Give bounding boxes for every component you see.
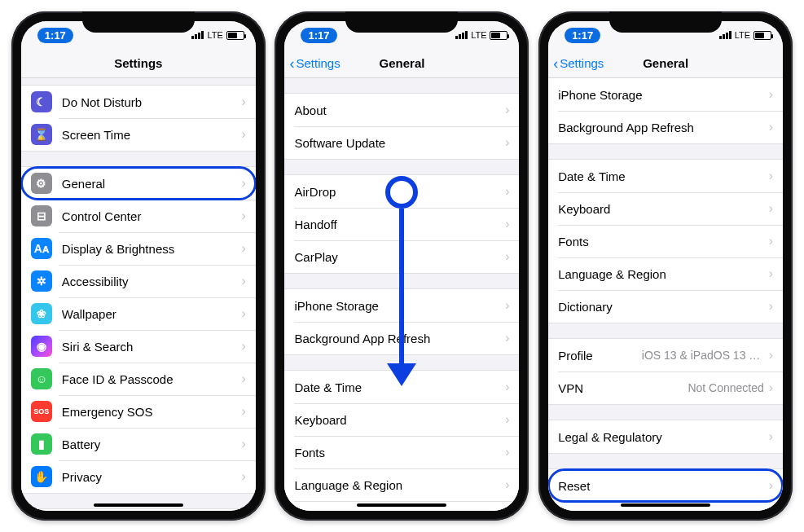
row-fonts[interactable]: Fonts › — [548, 225, 783, 257]
row-keyboard[interactable]: Keyboard › — [284, 403, 519, 436]
status-time: 1:17 — [37, 28, 73, 43]
row-control-center[interactable]: ⊟ Control Center › — [21, 200, 256, 232]
notch — [609, 11, 722, 33]
row-profile[interactable]: Profile iOS 13 & iPadOS 13 Beta Softwar…… — [548, 339, 783, 372]
row-battery[interactable]: ▮ Battery › — [21, 428, 256, 460]
home-indicator[interactable] — [621, 503, 710, 507]
general-list[interactable]: About › Software Update › AirDrop › Hand… — [284, 78, 519, 511]
row-iphone-storage[interactable]: iPhone Storage › — [548, 78, 783, 111]
back-button[interactable]: ‹ Settings — [289, 49, 340, 77]
signal-icon — [191, 31, 204, 39]
chevron-right-icon: › — [769, 348, 773, 363]
chevron-right-icon: › — [242, 372, 246, 386]
row-legal-regulatory[interactable]: Legal & Regulatory › — [548, 420, 783, 453]
group-storage: iPhone Storage › Background App Refresh … — [548, 78, 783, 144]
row-label: Accessibility — [62, 275, 242, 288]
row-reset[interactable]: Reset › — [548, 469, 783, 502]
row-emergency-sos[interactable]: SOS Emergency SOS › — [21, 395, 256, 428]
row-background-app-refresh[interactable]: Background App Refresh › — [548, 111, 783, 143]
row-vpn[interactable]: VPN Not Connected› — [548, 372, 783, 404]
row-label: Battery — [62, 437, 242, 451]
row-label: Face ID & Passcode — [62, 372, 242, 386]
page-title: Settings — [114, 56, 162, 70]
row-label: Keyboard — [558, 202, 769, 216]
phone-3: 1:17 LTE ‹ Settings General iPhone Stora… — [538, 11, 793, 521]
chevron-right-icon: › — [242, 469, 246, 484]
row-label: Fonts — [558, 235, 769, 248]
chevron-right-icon: › — [769, 234, 773, 248]
row-date-time[interactable]: Date & Time › — [548, 160, 783, 192]
chevron-right-icon: › — [769, 169, 773, 183]
row-general[interactable]: ⚙ General › — [21, 167, 256, 200]
nav-bar: ‹ Settings General — [548, 49, 783, 78]
row-label: Emergency SOS — [62, 405, 242, 419]
row-about[interactable]: About › — [284, 94, 519, 126]
chevron-right-icon: › — [769, 478, 773, 493]
row-keyboard[interactable]: Keyboard › — [548, 192, 783, 225]
home-indicator[interactable] — [357, 503, 446, 507]
chevron-right-icon: › — [242, 437, 246, 451]
row-label: Background App Refresh — [558, 121, 769, 134]
phone-1: 1:17 LTE Settings ☾ Do Not Disturb › ⌛ S… — [11, 11, 266, 521]
row-accessibility[interactable]: ✲ Accessibility › — [21, 265, 256, 297]
row-label: Dictionary — [294, 511, 505, 512]
group-general-etc: ⚙ General › ⊟ Control Center › Aᴀ Displa… — [21, 166, 256, 494]
chevron-right-icon: › — [505, 103, 509, 117]
row-label: iPhone Storage — [558, 88, 769, 102]
battery-icon: ▮ — [31, 433, 52, 455]
chevron-left-icon: ‹ — [289, 56, 294, 71]
row-fonts[interactable]: Fonts › — [284, 436, 519, 468]
do-not-disturb-icon: ☾ — [31, 91, 52, 112]
carrier-label: LTE — [735, 30, 750, 40]
row-software-update[interactable]: Software Update › — [284, 126, 519, 159]
status-icons: LTE — [719, 30, 771, 40]
accessibility-icon: ✲ — [31, 270, 52, 292]
status-time: 1:17 — [301, 28, 336, 43]
row-dictionary[interactable]: Dictionary › — [548, 290, 783, 323]
row-label: Reset — [558, 479, 769, 493]
screen-general: 1:17 LTE ‹ Settings General About › Soft… — [284, 21, 519, 511]
row-language-region[interactable]: Language & Region › — [548, 257, 783, 290]
chevron-right-icon: › — [242, 127, 246, 142]
nav-bar: ‹ Settings General — [284, 49, 519, 78]
notch — [82, 11, 195, 33]
settings-list[interactable]: ☾ Do Not Disturb › ⌛ Screen Time › ⚙ Gen… — [21, 78, 256, 511]
row-label: Keyboard — [294, 413, 505, 427]
general-list-scrolled[interactable]: iPhone Storage › Background App Refresh … — [548, 78, 783, 511]
row-wallpaper[interactable]: ❀ Wallpaper › — [21, 297, 256, 330]
wallpaper-icon: ❀ — [31, 303, 52, 324]
row-display-brightness[interactable]: Aᴀ Display & Brightness › — [21, 232, 256, 265]
row-label: Do Not Disturb — [62, 95, 242, 109]
gesture-circle-icon — [385, 176, 418, 209]
chevron-right-icon: › — [242, 306, 246, 321]
siri-search-icon: ◉ — [31, 336, 52, 357]
back-button[interactable]: ‹ Settings — [553, 49, 604, 77]
row-label: Privacy — [62, 470, 242, 484]
row-siri-search[interactable]: ◉ Siri & Search › — [21, 330, 256, 363]
row-label: Fonts — [294, 446, 505, 459]
row-label: Date & Time — [558, 169, 769, 183]
group-datetime: Date & Time › Keyboard › Fonts › Languag… — [548, 159, 783, 323]
row-language-region[interactable]: Language & Region › — [284, 468, 519, 501]
row-label: Control Center — [62, 209, 242, 223]
chevron-right-icon: › — [769, 266, 773, 281]
group-dnd-screentime: ☾ Do Not Disturb › ⌛ Screen Time › — [21, 85, 256, 152]
chevron-right-icon: › — [505, 331, 509, 345]
gesture-arrow-icon — [387, 363, 416, 386]
row-label: Display & Brightness — [62, 242, 242, 256]
row-label: VPN — [558, 381, 688, 395]
home-indicator[interactable] — [94, 503, 183, 507]
chevron-right-icon: › — [242, 339, 246, 354]
chevron-right-icon: › — [242, 404, 246, 419]
row-privacy[interactable]: ✋ Privacy › — [21, 460, 256, 493]
chevron-right-icon: › — [505, 298, 509, 313]
status-icons: LTE — [191, 30, 244, 40]
row-label: About — [294, 103, 505, 117]
row-face-id-passcode[interactable]: ☺ Face ID & Passcode › — [21, 363, 256, 395]
page-title: General — [380, 56, 425, 70]
row-label: Language & Region — [558, 267, 769, 281]
peek-row — [21, 508, 256, 511]
row-screen-time[interactable]: ⌛ Screen Time › — [21, 118, 256, 151]
row-do-not-disturb[interactable]: ☾ Do Not Disturb › — [21, 86, 256, 118]
status-time: 1:17 — [565, 28, 600, 43]
